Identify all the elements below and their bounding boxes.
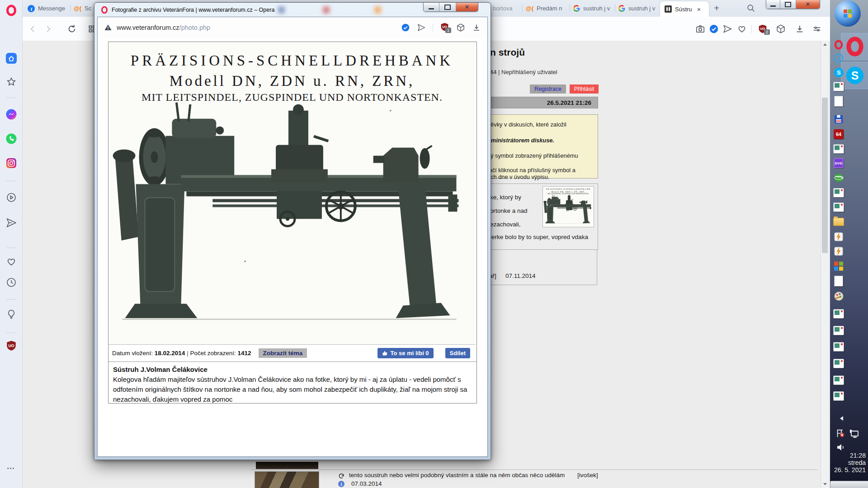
- internet-explorer-icon[interactable]: e: [833, 52, 844, 64]
- facebook-like-button[interactable]: To se mi líbí 0: [377, 348, 434, 358]
- tab-google-1[interactable]: sustruh j v: [573, 0, 613, 17]
- downloads-icon[interactable]: [795, 24, 805, 34]
- tab-bazar-1[interactable]: @(Sc: [74, 0, 94, 17]
- whatsapp-icon[interactable]: [5, 133, 17, 145]
- app-window-icon[interactable]: [833, 187, 844, 198]
- app-window-icon[interactable]: [833, 341, 844, 352]
- vpn-shield-check-icon[interactable]: [401, 23, 410, 32]
- opera-logo-icon[interactable]: [5, 5, 17, 16]
- history-clock-icon[interactable]: [5, 277, 17, 288]
- send-to-device-icon[interactable]: [5, 217, 17, 229]
- page-scrollbar[interactable]: [821, 41, 829, 488]
- windows-logo-icon[interactable]: [833, 260, 844, 272]
- workshop-thumbnail[interactable]: [255, 471, 319, 488]
- reload-icon[interactable]: [67, 24, 77, 34]
- player-icon[interactable]: [5, 192, 17, 203]
- register-button[interactable]: Registrace: [530, 84, 566, 94]
- tab-fragment[interactable]: bortova: [493, 0, 520, 17]
- popup-maximize-button[interactable]: [439, 3, 456, 11]
- downloads-icon[interactable]: [472, 23, 481, 32]
- popup-minimize-button[interactable]: [424, 3, 439, 11]
- app-window-icon[interactable]: [833, 308, 844, 319]
- app-window-icon[interactable]: [833, 80, 844, 92]
- sidebar-divider: [6, 248, 15, 248]
- vpn-shield-check-icon[interactable]: [709, 24, 719, 34]
- app-window-icon[interactable]: [833, 374, 844, 386]
- tab-google-2[interactable]: sustruh j v: [618, 0, 658, 17]
- tab-active-sustruh[interactable]: Sústru ×: [660, 1, 709, 17]
- globe-app-icon[interactable]: [833, 172, 844, 183]
- document-icon[interactable]: [833, 275, 844, 287]
- minimize-button[interactable]: [766, 0, 780, 9]
- bookmark-heart-icon[interactable]: [737, 24, 747, 34]
- app-window-icon[interactable]: [833, 143, 844, 155]
- instagram-icon[interactable]: [5, 157, 17, 169]
- scrollbar-thumb[interactable]: [822, 98, 828, 253]
- favorites-heart-icon[interactable]: [5, 256, 17, 267]
- tab-search-icon[interactable]: [746, 3, 756, 15]
- ublock-extension-icon[interactable]: UO 1: [440, 22, 449, 33]
- send-page-icon[interactable]: [417, 23, 426, 32]
- restore-button[interactable]: [780, 0, 796, 9]
- post-date: 07.11.2014: [505, 272, 536, 279]
- show-topic-button[interactable]: Zobrazit téma: [259, 348, 307, 358]
- tab-predam[interactable]: @( Predám n: [526, 0, 567, 17]
- popup-close-button[interactable]: ✕: [456, 3, 478, 11]
- winamp-icon[interactable]: [833, 231, 844, 243]
- app-window-icon[interactable]: [833, 390, 844, 402]
- app-window-icon[interactable]: [833, 201, 844, 213]
- sidebar-more-button[interactable]: •••: [0, 465, 22, 471]
- popup-address-bar[interactable]: www.veteranforum.cz/photo.php UO 1: [98, 17, 487, 38]
- sidebar-divider: [6, 333, 15, 333]
- back-icon[interactable]: [28, 24, 38, 34]
- skype-icon[interactable]: S: [833, 66, 844, 78]
- tray-expand-icon[interactable]: [840, 416, 843, 421]
- opera-icon[interactable]: [833, 39, 844, 51]
- dvd-app-icon[interactable]: DVD: [833, 157, 844, 169]
- ideas-bulb-icon[interactable]: [5, 308, 17, 320]
- photo-listing-cell: ke, ktorý by ortonke a nad ezachovali, i…: [486, 183, 598, 250]
- network-icon[interactable]: [849, 428, 860, 441]
- login-button[interactable]: Přihlásit: [570, 84, 599, 94]
- home-button[interactable]: [5, 52, 17, 64]
- tray-clock[interactable]: 21:28 streda 26. 5. 2021: [834, 452, 866, 474]
- page-warning-icon[interactable]: [104, 23, 112, 32]
- scroll-up-icon[interactable]: [821, 41, 829, 48]
- previous-thumbnail-fragment[interactable]: [256, 462, 318, 469]
- app-window-icon[interactable]: [833, 357, 844, 369]
- snapshot-camera-icon[interactable]: [695, 24, 705, 34]
- svg-text:i: i: [341, 482, 342, 487]
- ublock-shield-icon[interactable]: UO: [5, 340, 17, 352]
- floppy-save-icon[interactable]: [833, 113, 844, 125]
- settings-sliders-icon[interactable]: [812, 24, 822, 34]
- facebook-share-button[interactable]: Sdílet: [445, 348, 470, 358]
- photo-thumbnail[interactable]: [542, 186, 594, 227]
- tab-messenger[interactable]: f Messenge: [28, 0, 69, 17]
- winamp-icon[interactable]: [833, 245, 844, 257]
- bookmarks-star-icon[interactable]: [5, 76, 17, 88]
- messenger-icon[interactable]: [5, 108, 17, 120]
- taskbar-fragment[interactable]: [830, 481, 868, 488]
- forum-notice-box: pěvky v diskusích, které založil dminist…: [486, 114, 598, 178]
- forward-icon[interactable]: [43, 24, 53, 34]
- desktop-opera-shortcut[interactable]: [841, 33, 868, 60]
- ublock-badge: 2: [764, 29, 770, 35]
- folder-icon[interactable]: [833, 216, 844, 228]
- c64-icon[interactable]: 64: [833, 128, 844, 140]
- ublock-extension-icon[interactable]: UO 2: [758, 24, 768, 34]
- action-center-flag-icon[interactable]: [835, 428, 845, 440]
- photo-popup-window: Fotografie z archivu VeteránFora | www.v…: [94, 2, 491, 460]
- send-page-icon[interactable]: [722, 24, 732, 34]
- extensions-cube-icon[interactable]: [776, 24, 786, 34]
- desktop-skype-shortcut[interactable]: S: [841, 62, 868, 89]
- extensions-cube-icon[interactable]: [456, 23, 465, 32]
- desktop-orb-icon[interactable]: [835, 0, 861, 27]
- close-button[interactable]: ✕: [796, 0, 820, 9]
- new-tab-button[interactable]: +: [711, 3, 722, 14]
- app-window-icon[interactable]: [833, 324, 844, 336]
- paint-palette-icon[interactable]: [833, 290, 844, 302]
- tab-close-icon[interactable]: ×: [697, 5, 701, 13]
- file-icon[interactable]: [833, 95, 844, 107]
- url-text[interactable]: www.veteranforum.cz/photo.php: [117, 24, 210, 31]
- scroll-down-icon[interactable]: [821, 480, 829, 488]
